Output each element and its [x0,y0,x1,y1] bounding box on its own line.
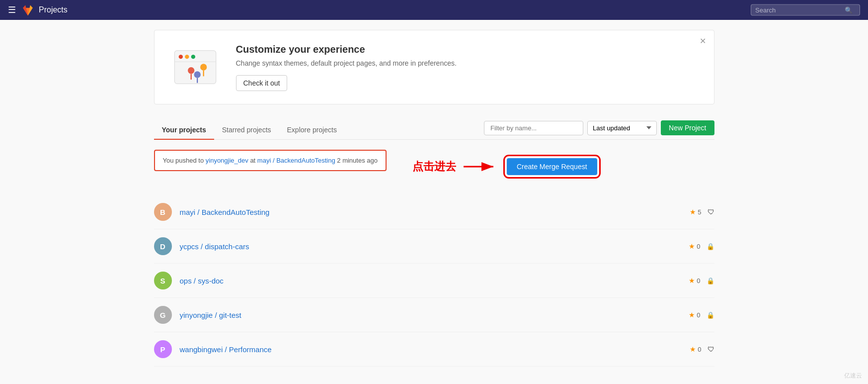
project-meta: ★ 5 🛡 [690,208,714,216]
project-list: B mayi / BackendAutoTesting ★ 5 🛡 D ycpc… [154,195,714,367]
lock-icon: 🔒 [707,311,714,319]
search-icon: 🔍 [845,6,853,14]
project-avatar: B [154,203,172,221]
project-meta: ★ 0 🔒 [689,242,714,250]
tab-your-projects[interactable]: Your projects [154,121,214,140]
search-input[interactable] [755,6,845,14]
arrow-icon [461,159,501,174]
star-icon: ★ [690,345,696,353]
tab-starred-projects[interactable]: Starred projects [214,121,279,140]
page-title: Projects [39,5,68,14]
customize-banner: ✕ Customize your experience Change synta… [154,30,714,104]
shield-icon: 🛡 [708,208,714,216]
svg-point-12 [200,64,207,70]
push-text: You pushed to yinyongjie_dev at mayi / B… [163,157,378,164]
project-meta: ★ 0 🛡 [690,345,714,353]
svg-marker-4 [33,8,34,11]
check-it-out-button[interactable]: Check it out [236,75,288,91]
project-avatar: G [154,306,172,324]
star-count: ★ 0 [690,345,701,353]
project-list-item: S ops / sys-doc ★ 0 🔒 [154,264,714,298]
project-list-item: D ycpcs / dispatch-cars ★ 0 🔒 [154,229,714,264]
new-project-button[interactable]: New Project [661,120,714,135]
project-list-item: P wangbingwei / Performance ★ 0 🛡 [154,332,714,367]
project-avatar: D [154,237,172,255]
topnav: ☰ Projects 🔍 [0,0,868,20]
star-count: ★ 5 [690,208,701,216]
project-name[interactable]: ycpcs / dispatch-cars [180,242,689,251]
sort-dropdown[interactable]: Last updated Name Stars [587,121,657,135]
star-count: ★ 0 [689,311,700,319]
svg-marker-3 [21,8,23,11]
star-icon: ★ [689,311,695,319]
banner-desc: Change syntax themes, default project pa… [236,59,457,67]
main-content: ✕ Customize your experience Change synta… [146,20,722,377]
lock-icon: 🔒 [707,277,714,285]
annotation-text: 点击进去 [412,159,456,174]
shield-icon: 🛡 [708,345,714,353]
star-icon: ★ [689,242,695,250]
project-list-item: B mayi / BackendAutoTesting ★ 5 🛡 [154,195,714,229]
push-notification-box: You pushed to yinyongjie_dev at mayi / B… [154,150,387,171]
watermark: 亿速云 [844,372,862,377]
project-name[interactable]: yinyongjie / git-test [180,311,689,319]
star-count: ★ 0 [689,242,700,250]
branch-link[interactable]: yinyongjie_dev [206,157,248,164]
create-merge-request-button[interactable]: Create Merge Request [507,158,597,175]
star-icon: ★ [690,208,696,216]
tab-explore-projects[interactable]: Explore projects [279,121,345,140]
banner-illustration [170,42,220,92]
hamburger-icon[interactable]: ☰ [8,4,16,15]
project-name[interactable]: mayi / BackendAutoTesting [180,208,690,216]
project-name[interactable]: ops / sys-doc [180,277,689,285]
project-meta: ★ 0 🔒 [689,277,714,285]
lock-icon: 🔒 [707,243,714,250]
project-avatar: S [154,272,172,289]
svg-point-10 [188,67,194,74]
svg-point-14 [194,71,200,78]
search-bar: 🔍 [751,4,860,16]
repo-link[interactable]: mayi / BackendAutoTesting [257,157,335,164]
project-meta: ★ 0 🔒 [689,311,714,319]
svg-point-8 [191,55,195,59]
tabs-row: Your projects Starred projects Explore p… [154,120,714,140]
banner-text: Customize your experience Change syntax … [236,44,457,91]
project-name[interactable]: wangbingwei / Performance [180,345,690,354]
banner-title: Customize your experience [236,44,457,55]
gitlab-logo [21,3,35,17]
filter-by-name-input[interactable] [484,121,583,135]
svg-point-6 [178,55,182,59]
push-row: You pushed to yinyongjie_dev at mayi / B… [154,150,714,183]
annotation-group: 点击进去 Create Merge Request [402,158,597,175]
tabs-actions: Last updated Name Stars New Project [484,120,714,139]
star-icon: ★ [689,277,695,285]
svg-point-7 [185,55,189,59]
banner-close-button[interactable]: ✕ [700,36,706,46]
project-avatar: P [154,340,172,358]
project-list-item: G yinyongjie / git-test ★ 0 🔒 [154,298,714,332]
star-count: ★ 0 [689,277,700,285]
